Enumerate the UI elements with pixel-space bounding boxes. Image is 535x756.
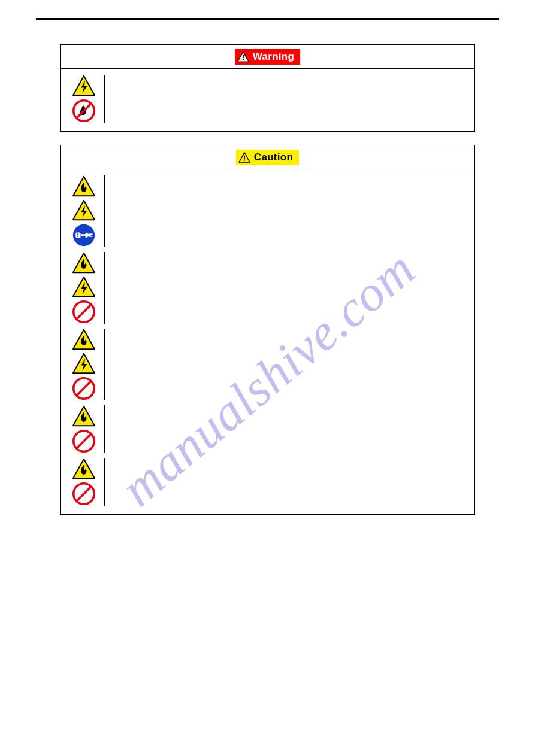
electric-shock-icon — [72, 75, 96, 96]
icon-column — [71, 329, 105, 400]
caution-badge: Caution — [236, 150, 299, 165]
alert-triangle-icon — [238, 152, 250, 163]
do-not-touch-icon — [72, 99, 96, 123]
text-column — [105, 75, 466, 123]
icon-column — [71, 252, 105, 324]
icon-column — [71, 405, 105, 453]
prohibition-icon — [72, 300, 96, 324]
alert-triangle-icon — [237, 51, 249, 62]
warning-badge: Warning — [235, 49, 300, 65]
caution-header: Caution — [61, 145, 474, 169]
caution-body — [61, 169, 474, 514]
caution-box: Caution — [60, 145, 475, 515]
icon-column — [71, 75, 105, 123]
caution-row-3 — [71, 329, 466, 400]
icon-column — [71, 175, 105, 247]
icon-column — [71, 458, 105, 506]
fire-hazard-icon — [72, 329, 96, 350]
fire-hazard-icon — [72, 458, 96, 479]
text-column — [105, 175, 466, 247]
caution-row-5 — [71, 458, 466, 506]
caution-row-2 — [71, 252, 466, 324]
electric-shock-icon — [72, 276, 96, 297]
fire-hazard-icon — [72, 252, 96, 274]
fire-hazard-icon — [72, 175, 96, 197]
top-rule — [36, 18, 499, 20]
fire-hazard-icon — [72, 405, 96, 427]
warning-label: Warning — [253, 51, 294, 63]
caution-label: Caution — [254, 151, 293, 163]
prohibition-icon — [72, 377, 96, 400]
caution-row-1 — [71, 175, 466, 247]
warning-body — [61, 69, 474, 131]
prohibition-icon — [72, 429, 96, 453]
electric-shock-icon — [72, 199, 96, 221]
text-column — [105, 405, 466, 453]
warning-row-1 — [71, 75, 466, 123]
electric-shock-icon — [72, 353, 96, 374]
warning-header: Warning — [61, 45, 474, 69]
page-content: Warning Caution — [0, 0, 535, 552]
text-column — [105, 458, 466, 506]
text-column — [105, 252, 466, 324]
warning-box: Warning — [60, 44, 475, 132]
text-column — [105, 329, 466, 400]
prohibition-icon — [72, 482, 96, 506]
unplug-icon — [72, 223, 96, 247]
caution-row-4 — [71, 405, 466, 453]
